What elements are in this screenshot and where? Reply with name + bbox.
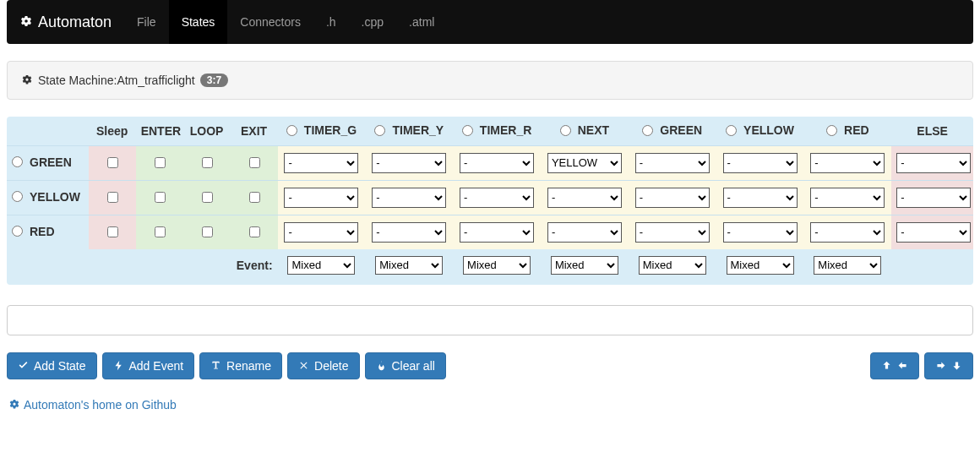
- transition-select[interactable]: -: [284, 153, 358, 173]
- sleep-checkbox[interactable]: [107, 226, 118, 237]
- transition-select[interactable]: -: [372, 188, 446, 208]
- states-table: SleepENTERLOOPEXITTIMER_GTIMER_YTIMER_RN…: [7, 117, 973, 285]
- close-icon: [298, 360, 309, 371]
- select-event-timer_g[interactable]: [286, 125, 297, 136]
- event-type-select[interactable]: Mixed: [287, 256, 355, 275]
- transition-select[interactable]: -: [810, 188, 885, 208]
- else-select[interactable]: -: [896, 188, 971, 208]
- transition-select[interactable]: -: [460, 222, 534, 243]
- nav-item-cpp[interactable]: .cpp: [349, 0, 396, 44]
- text-icon: [210, 360, 221, 371]
- transition-select[interactable]: -: [723, 153, 798, 173]
- transition-select[interactable]: -: [810, 153, 885, 173]
- transition-select[interactable]: -: [284, 222, 358, 243]
- header-event-next: NEXT: [541, 117, 629, 145]
- move-right-down-button[interactable]: [924, 352, 973, 379]
- enter-checkbox[interactable]: [155, 192, 166, 203]
- sleep-checkbox[interactable]: [107, 192, 118, 203]
- gear-icon: [19, 15, 33, 29]
- else-select[interactable]: -: [896, 153, 971, 173]
- rename-button[interactable]: Rename: [199, 352, 282, 379]
- transition-select[interactable]: -: [723, 222, 798, 243]
- select-state-red[interactable]: [12, 226, 23, 237]
- event-type-select[interactable]: Mixed: [727, 256, 794, 275]
- header-event-timer_r: TIMER_R: [453, 117, 541, 145]
- exit-checkbox[interactable]: [249, 157, 260, 168]
- transition-select[interactable]: -: [810, 222, 885, 243]
- select-event-green[interactable]: [642, 125, 653, 136]
- header-event-red: RED: [803, 117, 891, 145]
- transition-select[interactable]: YELLOW: [547, 153, 622, 173]
- transition-select[interactable]: -: [460, 188, 534, 208]
- exit-checkbox[interactable]: [249, 226, 260, 237]
- enter-checkbox[interactable]: [155, 226, 166, 237]
- arrow-down-icon: [951, 360, 962, 371]
- select-event-timer_y[interactable]: [374, 125, 385, 136]
- rename-label: Rename: [226, 359, 271, 373]
- exit-checkbox[interactable]: [249, 192, 260, 203]
- select-event-timer_r[interactable]: [462, 125, 473, 136]
- state-row-red: RED--------: [7, 215, 973, 249]
- event-type-select[interactable]: Mixed: [375, 256, 443, 275]
- navbar: Automaton FileStatesConnectors.h.cpp.atm…: [7, 0, 973, 44]
- select-event-next[interactable]: [560, 125, 571, 136]
- transition-select[interactable]: -: [284, 188, 358, 208]
- loop-checkbox[interactable]: [202, 226, 213, 237]
- select-event-yellow[interactable]: [726, 125, 737, 136]
- delete-label: Delete: [314, 359, 348, 373]
- clear-all-label: Clear all: [392, 359, 435, 373]
- action-bar: Add State Add Event Rename Delete Clear …: [7, 352, 973, 379]
- add-state-button[interactable]: Add State: [7, 352, 97, 379]
- select-state-green[interactable]: [12, 156, 23, 167]
- nav-item-atml[interactable]: .atml: [396, 0, 447, 44]
- nav-item-states[interactable]: States: [169, 0, 228, 44]
- state-row-green: GREEN---YELLOW----: [7, 145, 973, 180]
- transition-select[interactable]: -: [460, 153, 534, 173]
- gear-icon: [21, 74, 33, 86]
- loop-checkbox[interactable]: [202, 157, 213, 168]
- header-else: ELSE: [891, 117, 973, 145]
- command-input[interactable]: [7, 305, 973, 335]
- state-name-label: YELLOW: [30, 190, 80, 204]
- transition-select[interactable]: -: [635, 153, 710, 173]
- add-event-button[interactable]: Add Event: [102, 352, 195, 379]
- clear-all-button[interactable]: Clear all: [365, 352, 446, 379]
- sleep-checkbox[interactable]: [107, 157, 118, 168]
- state-event-count-badge: 3:7: [200, 74, 228, 87]
- github-link[interactable]: Automaton's home on Github: [7, 396, 177, 422]
- event-type-select[interactable]: Mixed: [551, 256, 618, 275]
- move-up-left-button[interactable]: [870, 352, 919, 379]
- nav-item-connectors[interactable]: Connectors: [227, 0, 313, 44]
- event-type-select[interactable]: Mixed: [814, 256, 881, 275]
- transition-select[interactable]: -: [547, 188, 622, 208]
- loop-checkbox[interactable]: [202, 192, 213, 203]
- state-name-label: RED: [30, 225, 55, 238]
- event-type-select[interactable]: Mixed: [463, 256, 531, 275]
- arrow-up-icon: [881, 360, 892, 371]
- brand: Automaton: [15, 0, 124, 44]
- add-event-label: Add Event: [129, 359, 184, 373]
- panel-label-prefix: State Machine:: [38, 74, 117, 87]
- event-row-label: Event:: [231, 249, 278, 285]
- transition-select[interactable]: -: [547, 222, 622, 243]
- enter-checkbox[interactable]: [155, 157, 166, 168]
- transition-select[interactable]: -: [635, 188, 710, 208]
- machine-name: Atm_trafficlight: [117, 74, 194, 87]
- delete-button[interactable]: Delete: [287, 352, 359, 379]
- github-link-text: Automaton's home on Github: [24, 398, 177, 412]
- select-state-yellow[interactable]: [12, 191, 23, 202]
- header-enter: ENTER: [136, 117, 183, 145]
- select-event-red[interactable]: [826, 125, 837, 136]
- arrow-left-icon: [897, 360, 908, 371]
- nav-item-h[interactable]: .h: [313, 0, 349, 44]
- state-machine-panel: State Machine: Atm_trafficlight 3:7: [7, 61, 973, 100]
- arrow-right-icon: [935, 360, 946, 371]
- else-select[interactable]: -: [896, 222, 971, 243]
- transition-select[interactable]: -: [635, 222, 710, 243]
- nav-item-file[interactable]: File: [124, 0, 169, 44]
- event-type-select[interactable]: Mixed: [639, 256, 706, 275]
- transition-select[interactable]: -: [723, 188, 798, 208]
- transition-select[interactable]: -: [372, 153, 446, 173]
- transition-select[interactable]: -: [372, 222, 446, 243]
- header-event-timer_y: TIMER_Y: [365, 117, 453, 145]
